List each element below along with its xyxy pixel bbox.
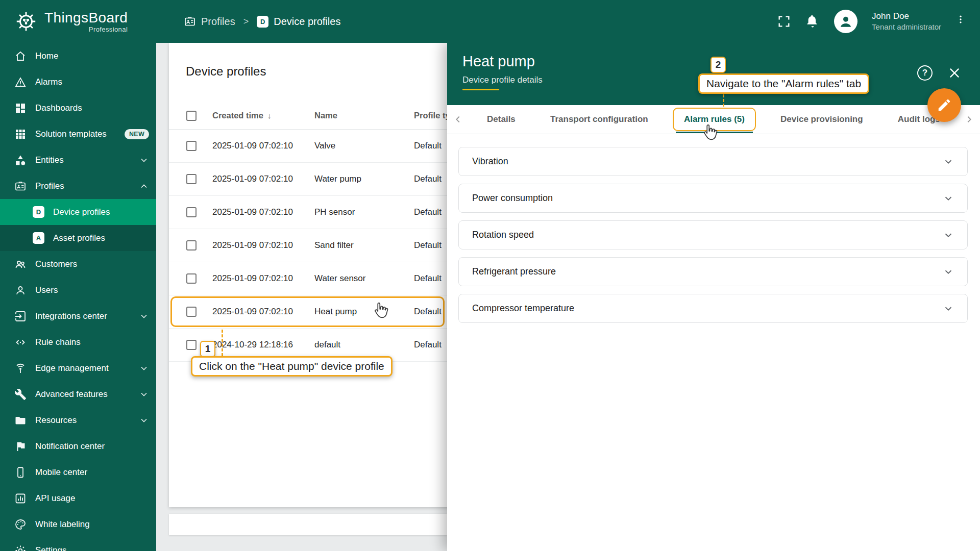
select-all-checkbox[interactable] bbox=[186, 111, 197, 121]
sidebar-item-dashboards[interactable]: Dashboards bbox=[0, 95, 156, 121]
entities-icon bbox=[14, 154, 27, 166]
chevron-down-icon bbox=[943, 156, 954, 167]
fullscreen-icon[interactable] bbox=[777, 14, 791, 29]
api-usage-icon bbox=[14, 492, 27, 505]
palette-icon bbox=[14, 518, 27, 531]
gear-icon bbox=[14, 544, 27, 551]
user-avatar[interactable] bbox=[834, 10, 857, 33]
user-icon bbox=[14, 284, 27, 296]
help-icon[interactable]: ? bbox=[917, 65, 933, 81]
sort-desc-icon: ↓ bbox=[267, 111, 272, 120]
sidebar-item-resources[interactable]: Resources bbox=[0, 407, 156, 433]
device-profile-icon: D bbox=[257, 16, 268, 28]
chevron-down-icon bbox=[943, 266, 954, 278]
profiles-icon bbox=[14, 180, 27, 192]
alarm-accordion-refrigerant-pressure[interactable]: Refrigerant pressure bbox=[458, 257, 968, 286]
sidebar-item-rule-chains[interactable]: Rule chains bbox=[0, 329, 156, 355]
row-checkbox[interactable] bbox=[186, 207, 197, 217]
alarm-rules-panel: Vibration Power consumption Rotation spe… bbox=[447, 134, 980, 323]
breadcrumb-separator: > bbox=[243, 16, 249, 27]
customers-icon bbox=[14, 258, 27, 270]
alarm-accordion-vibration[interactable]: Vibration bbox=[458, 147, 968, 176]
warning-icon bbox=[14, 76, 27, 88]
breadcrumb-current-label: Device profiles bbox=[274, 16, 340, 28]
flag-icon bbox=[14, 440, 27, 453]
column-name[interactable]: Name bbox=[314, 111, 414, 120]
integrations-icon bbox=[14, 310, 27, 322]
dashboards-icon bbox=[14, 102, 27, 114]
user-role: Tenant administrator bbox=[872, 22, 941, 32]
folder-icon bbox=[14, 414, 27, 427]
tabs-scroll-left-icon[interactable] bbox=[447, 105, 470, 134]
user-info: John Doe Tenant administrator bbox=[872, 11, 941, 32]
sidebar-item-solution-templates[interactable]: Solution templates NEW bbox=[0, 121, 156, 147]
sidebar-item-alarms[interactable]: Alarms bbox=[0, 69, 156, 95]
brand-logo: ThingsBoard Professional bbox=[0, 10, 156, 33]
close-icon[interactable] bbox=[948, 66, 961, 80]
tutorial-step-2-badge: 2 bbox=[710, 57, 726, 73]
tab-details[interactable]: Details bbox=[477, 105, 526, 134]
edit-fab-button[interactable] bbox=[927, 88, 961, 122]
tabs-scroll-right-icon[interactable] bbox=[958, 105, 980, 134]
sidebar-item-device-profiles[interactable]: D Device profiles bbox=[0, 199, 156, 225]
chevron-down-icon bbox=[139, 363, 149, 373]
sidebar-item-profiles[interactable]: Profiles bbox=[0, 173, 156, 199]
row-checkbox[interactable] bbox=[186, 307, 197, 317]
smartphone-icon bbox=[14, 466, 27, 479]
kebab-menu-icon[interactable] bbox=[955, 14, 966, 29]
tutorial-connector-1 bbox=[222, 330, 223, 356]
sidebar-item-users[interactable]: Users bbox=[0, 277, 156, 303]
chevron-down-icon bbox=[139, 415, 149, 425]
device-profile-icon: D bbox=[33, 206, 44, 218]
tab-transport-configuration[interactable]: Transport configuration bbox=[540, 105, 658, 134]
subtitle-underline bbox=[462, 89, 499, 90]
row-checkbox[interactable] bbox=[186, 240, 197, 251]
tutorial-step-2-callout: Navigate to the "Alarm rules" tab bbox=[698, 73, 869, 94]
row-checkbox[interactable] bbox=[186, 174, 197, 184]
solution-templates-icon bbox=[14, 128, 27, 140]
pencil-icon bbox=[937, 97, 952, 113]
header-actions: John Doe Tenant administrator bbox=[777, 10, 980, 33]
row-checkbox[interactable] bbox=[186, 141, 197, 151]
sidebar-item-white-labeling[interactable]: White labeling bbox=[0, 511, 156, 537]
sidebar-item-settings[interactable]: Settings bbox=[0, 537, 156, 551]
sidebar-item-asset-profiles[interactable]: A Asset profiles bbox=[0, 225, 156, 251]
chevron-down-icon bbox=[139, 155, 149, 165]
chevron-down-icon bbox=[139, 389, 149, 399]
column-created-time[interactable]: Created time ↓ bbox=[212, 111, 314, 120]
breadcrumb: Profiles > D Device profiles bbox=[184, 15, 340, 28]
profiles-icon bbox=[184, 15, 196, 28]
cursor-hand-icon bbox=[373, 302, 388, 319]
app-header: ThingsBoard Professional Profiles > D De… bbox=[0, 0, 980, 43]
breadcrumb-device-profiles[interactable]: D Device profiles bbox=[257, 16, 340, 28]
sidebar-item-home[interactable]: Home bbox=[0, 43, 156, 69]
alarm-accordion-power-consumption[interactable]: Power consumption bbox=[458, 184, 968, 213]
chevron-down-icon bbox=[139, 311, 149, 321]
alarm-accordion-rotation-speed[interactable]: Rotation speed bbox=[458, 220, 968, 249]
brand-name: ThingsBoard bbox=[44, 10, 128, 26]
chevron-down-icon bbox=[943, 193, 954, 204]
sidebar-item-integrations-center[interactable]: Integrations center bbox=[0, 303, 156, 329]
device-profile-drawer: Heat pump Device profile details ? Detai… bbox=[447, 43, 980, 551]
cursor-hand-icon bbox=[702, 124, 718, 141]
brand-subtitle: Professional bbox=[89, 26, 128, 33]
alarm-accordion-compressor-temperature[interactable]: Compressor temperature bbox=[458, 294, 968, 323]
breadcrumb-profiles[interactable]: Profiles bbox=[184, 15, 235, 28]
chevron-up-icon bbox=[139, 181, 149, 191]
sidebar: Home Alarms Dashboards Solution template… bbox=[0, 43, 156, 551]
row-checkbox[interactable] bbox=[186, 340, 197, 350]
sidebar-item-customers[interactable]: Customers bbox=[0, 251, 156, 277]
sidebar-item-notification-center[interactable]: Notification center bbox=[0, 433, 156, 459]
home-icon bbox=[14, 50, 27, 62]
row-checkbox[interactable] bbox=[186, 273, 197, 284]
tutorial-step-1-callout: Click on the "Heat pump" device profile bbox=[191, 356, 393, 377]
sidebar-item-api-usage[interactable]: API usage bbox=[0, 485, 156, 511]
sidebar-item-entities[interactable]: Entities bbox=[0, 147, 156, 173]
tab-device-provisioning[interactable]: Device provisioning bbox=[770, 105, 873, 134]
notifications-bell-icon[interactable] bbox=[805, 14, 820, 29]
sidebar-item-edge-management[interactable]: Edge management bbox=[0, 355, 156, 381]
advanced-features-icon bbox=[14, 388, 27, 400]
sidebar-item-mobile-center[interactable]: Mobile center bbox=[0, 459, 156, 485]
sidebar-item-advanced-features[interactable]: Advanced features bbox=[0, 381, 156, 407]
tutorial-connector-2 bbox=[723, 94, 724, 107]
